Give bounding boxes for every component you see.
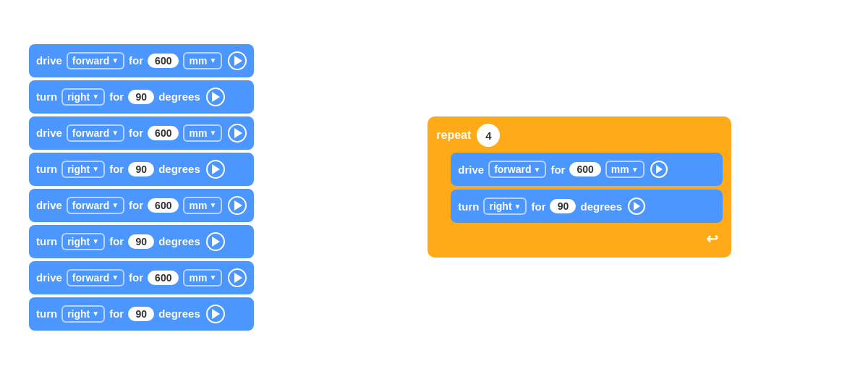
drive-block-2: drive forward ▼ for 600 mm ▼: [29, 116, 254, 150]
play-button-4[interactable]: [228, 268, 247, 287]
drive-label-4: drive: [36, 271, 62, 284]
turn-for-label-4: for: [109, 307, 124, 320]
turn-play-3[interactable]: [206, 232, 225, 251]
repeat-label: repeat: [436, 129, 471, 142]
direction-dropdown-4[interactable]: forward ▼: [67, 269, 124, 286]
repeat-block: repeat 4 drive forward ▼ for 600 mm ▼: [427, 116, 731, 258]
value-bubble-4[interactable]: 600: [148, 271, 179, 285]
direction-dropdown-2[interactable]: forward ▼: [67, 124, 124, 142]
turn-for-label-1: for: [109, 90, 124, 103]
turn-play-icon-4: [212, 309, 220, 319]
direction-dropdown-1[interactable]: forward ▼: [67, 52, 124, 69]
value-bubble-3[interactable]: 600: [148, 198, 179, 213]
turn-value-2[interactable]: 90: [128, 162, 154, 177]
drive-label-3: drive: [36, 199, 62, 211]
inner-drive-value[interactable]: 600: [569, 162, 600, 177]
turn-play-icon-3: [212, 237, 220, 247]
turn-block-3: turn right ▼ for 90 degrees: [29, 225, 254, 258]
turn-value-1[interactable]: 90: [128, 90, 154, 104]
direction-dropdown-3[interactable]: forward ▼: [67, 197, 124, 214]
inner-unit-dropdown[interactable]: mm ▼: [605, 161, 644, 178]
left-block-stack: drive forward ▼ for 600 mm ▼ turn right …: [29, 44, 254, 331]
inner-turn-for-label: for: [531, 200, 545, 213]
value-bubble-2[interactable]: 600: [148, 126, 179, 140]
degrees-label-1: degrees: [158, 90, 200, 103]
play-button-3[interactable]: [228, 196, 247, 215]
turn-play-2[interactable]: [206, 160, 225, 179]
repeat-header: repeat 4: [436, 124, 723, 147]
turn-for-label-3: for: [109, 235, 124, 247]
turn-label-4: turn: [36, 307, 57, 320]
drive-label-2: drive: [36, 127, 62, 139]
turn-play-4[interactable]: [206, 305, 225, 323]
drive-label-1: drive: [36, 54, 62, 67]
inner-for-label: for: [550, 163, 565, 176]
degrees-label-3: degrees: [158, 235, 200, 247]
play-button-1[interactable]: [228, 51, 247, 70]
drive-block-1: drive forward ▼ for 600 mm ▼: [29, 44, 254, 77]
inner-drive-label: drive: [458, 163, 484, 176]
inner-degrees-label: degrees: [580, 200, 622, 213]
play-icon-3: [234, 200, 242, 211]
repeat-footer: ↩: [436, 227, 723, 247]
turn-for-label-2: for: [109, 163, 124, 175]
drive-block-3: drive forward ▼ for 600 mm ▼: [29, 189, 254, 222]
for-label-1: for: [129, 54, 143, 67]
inner-turn-label: turn: [458, 200, 479, 213]
degrees-label-4: degrees: [158, 307, 200, 320]
turn-label-1: turn: [36, 90, 57, 103]
play-button-2[interactable]: [228, 124, 247, 143]
turn-label-2: turn: [36, 163, 57, 175]
value-bubble-1[interactable]: 600: [148, 54, 179, 68]
inner-blocks-container: drive forward ▼ for 600 mm ▼ turn: [451, 153, 723, 223]
for-label-4: for: [129, 271, 143, 284]
inner-drive-play[interactable]: [650, 161, 668, 178]
inner-turn-block: turn right ▼ for 90 degrees: [451, 190, 723, 223]
inner-drive-block: drive forward ▼ for 600 mm ▼: [451, 153, 723, 186]
play-icon-4: [234, 273, 242, 283]
inner-turn-play[interactable]: [628, 197, 645, 215]
turn-value-3[interactable]: 90: [128, 234, 154, 249]
turn-dir-dropdown-1[interactable]: right ▼: [61, 88, 105, 106]
right-repeat-section: repeat 4 drive forward ▼ for 600 mm ▼: [427, 116, 731, 258]
turn-block-2: turn right ▼ for 90 degrees: [29, 153, 254, 186]
unit-dropdown-3[interactable]: mm ▼: [183, 197, 222, 214]
unit-dropdown-2[interactable]: mm ▼: [183, 124, 222, 142]
unit-dropdown-1[interactable]: mm ▼: [183, 52, 222, 69]
loop-icon: ↩: [706, 230, 718, 247]
turn-play-1[interactable]: [206, 88, 225, 106]
inner-direction-dropdown[interactable]: forward ▼: [488, 161, 546, 178]
turn-block-4: turn right ▼ for 90 degrees: [29, 297, 254, 331]
turn-block-1: turn right ▼ for 90 degrees: [29, 80, 254, 114]
unit-dropdown-4[interactable]: mm ▼: [183, 269, 222, 286]
degrees-label-2: degrees: [158, 163, 200, 175]
turn-play-icon-1: [212, 92, 220, 102]
for-label-2: for: [129, 127, 143, 139]
turn-label-3: turn: [36, 235, 57, 247]
inner-turn-dir-dropdown[interactable]: right ▼: [483, 197, 527, 215]
drive-block-4: drive forward ▼ for 600 mm ▼: [29, 261, 254, 294]
turn-dir-dropdown-2[interactable]: right ▼: [61, 161, 105, 178]
turn-play-icon-2: [212, 164, 220, 174]
inner-turn-value[interactable]: 90: [550, 199, 576, 213]
inner-turn-play-icon: [634, 202, 640, 211]
repeat-count[interactable]: 4: [477, 124, 500, 147]
turn-dir-dropdown-3[interactable]: right ▼: [61, 233, 105, 250]
turn-value-4[interactable]: 90: [128, 307, 154, 321]
turn-dir-dropdown-4[interactable]: right ▼: [61, 305, 105, 323]
for-label-3: for: [129, 199, 143, 211]
inner-drive-play-icon: [656, 165, 663, 174]
play-icon-1: [234, 56, 242, 66]
play-icon-2: [234, 128, 242, 138]
